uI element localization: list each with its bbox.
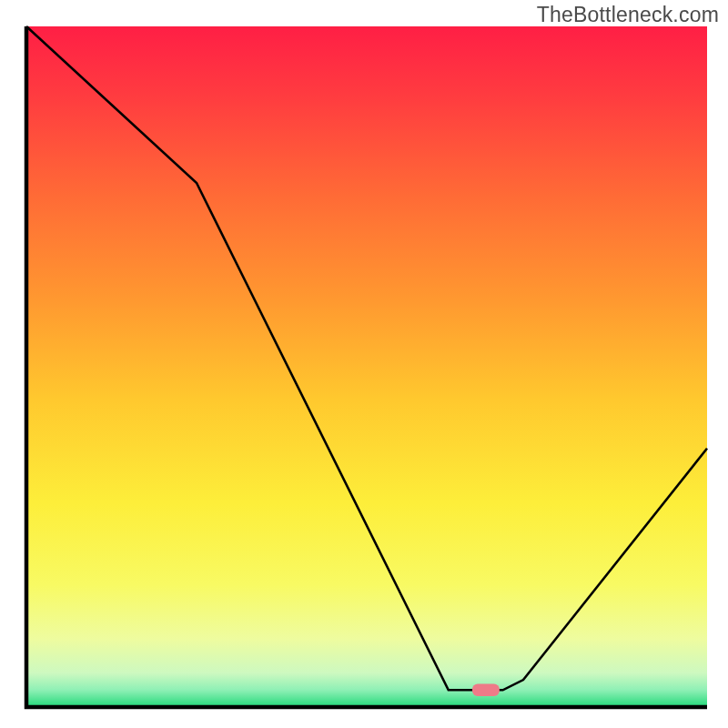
watermark-text: TheBottleneck.com (537, 3, 719, 27)
bottleneck-chart (0, 0, 728, 728)
optimal-marker (472, 684, 500, 696)
chart-container: TheBottleneck.com (0, 0, 728, 728)
plot-background (26, 26, 707, 707)
